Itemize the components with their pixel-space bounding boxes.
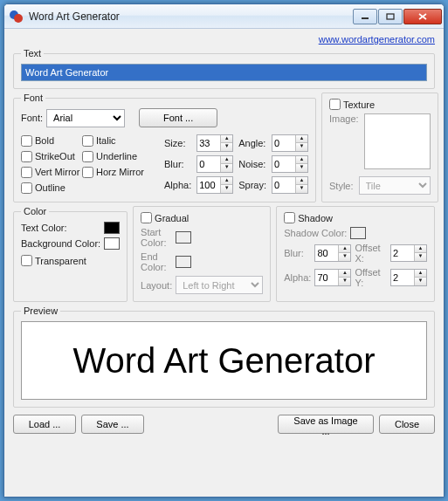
save-image-button[interactable]: Save as Image ... [278, 415, 374, 434]
shadow-checkbox[interactable] [284, 212, 295, 223]
vmirror-checkbox[interactable]: Vert Mirror [21, 166, 80, 178]
shadow-alpha-stepper[interactable]: ▲▼ [314, 269, 351, 286]
close-button[interactable]: Close [379, 415, 435, 434]
website-link[interactable]: www.wordartgenerator.com [319, 34, 435, 45]
text-input[interactable] [21, 64, 427, 81]
preview-legend: Preview [21, 305, 60, 316]
text-color-label: Text Color: [21, 223, 100, 233]
font-button[interactable]: Font ... [139, 108, 217, 127]
maximize-icon [386, 13, 395, 20]
gradual-legend: Gradual [155, 213, 189, 223]
color-legend: Color [21, 206, 49, 216]
italic-checkbox[interactable]: Italic [82, 134, 157, 147]
gradual-checkbox[interactable] [141, 212, 152, 223]
shadow-color-label: Shadow Color: [284, 228, 347, 238]
save-button[interactable]: Save ... [81, 415, 144, 434]
gradual-group: Gradual Start Color: End Color: Layout: … [133, 206, 271, 302]
strikeout-checkbox[interactable]: StrikeOut [21, 150, 80, 162]
size-stepper[interactable]: ▲▼ [196, 134, 233, 152]
preview-box: Word Art Generator [21, 321, 427, 400]
client-area: www.wordartgenerator.com Text Font Font:… [4, 29, 444, 497]
texture-image-label: Image: [329, 113, 359, 124]
text-legend: Text [21, 48, 44, 58]
maximize-button[interactable] [378, 9, 403, 24]
font-group: Font Font: Arial Font ... Bold Italic St… [13, 93, 316, 202]
texture-style-select[interactable]: Tile [359, 176, 431, 195]
titlebar[interactable]: Word Art Generator [4, 4, 444, 29]
app-icon [10, 10, 24, 24]
underline-checkbox[interactable]: Underline [82, 150, 157, 162]
window-buttons [353, 9, 442, 24]
footer-buttons: Load ... Save ... Save as Image ... Clos… [13, 415, 435, 434]
text-group: Text [13, 48, 435, 89]
spray-stepper[interactable]: ▲▼ [272, 176, 308, 194]
svg-rect-3 [387, 14, 394, 19]
size-label: Size: [164, 138, 191, 148]
angle-label: Angle: [238, 138, 266, 148]
preview-text: Word Art Generator [72, 341, 375, 381]
font-label: Font: [21, 113, 43, 123]
gradual-start-swatch[interactable] [176, 231, 191, 244]
noise-stepper[interactable]: ▲▼ [272, 155, 308, 173]
color-group: Color Text Color: Background Color: Tran… [13, 206, 128, 302]
window-title: Word Art Generator [29, 10, 353, 23]
bg-color-label: Background Color: [21, 238, 100, 249]
shadow-color-swatch[interactable] [350, 227, 366, 239]
website-link-row: www.wordartgenerator.com [13, 34, 435, 45]
close-icon [417, 12, 428, 21]
texture-style-label: Style: [329, 181, 354, 191]
shadow-blur-label: Blur: [284, 248, 311, 258]
texture-group: Texture Image: Style: Tile [321, 93, 438, 202]
close-window-button[interactable] [403, 9, 442, 24]
font-select[interactable]: Arial [46, 109, 125, 127]
shadow-oy-stepper[interactable]: ▲▼ [390, 269, 427, 286]
texture-legend: Texture [343, 100, 375, 110]
shadow-blur-stepper[interactable]: ▲▼ [314, 244, 351, 262]
gradual-layout-label: Layout: [141, 280, 172, 291]
shadow-alpha-label: Alpha: [284, 272, 311, 283]
shadow-ox-label: Offset X: [355, 243, 387, 264]
texture-image-box[interactable] [364, 113, 431, 169]
gradual-layout-select[interactable]: Left to Right [176, 276, 263, 294]
load-button[interactable]: Load ... [13, 415, 76, 434]
bold-checkbox[interactable]: Bold [21, 134, 80, 147]
transparent-checkbox[interactable]: Transparent [21, 255, 120, 266]
shadow-group: Shadow Shadow Color: Blur: ▲▼ Offset X: … [276, 206, 435, 302]
minimize-button[interactable] [353, 9, 377, 24]
blur-stepper[interactable]: ▲▼ [196, 155, 233, 173]
angle-stepper[interactable]: ▲▼ [272, 134, 308, 152]
shadow-legend: Shadow [298, 213, 333, 223]
font-style-checks: Bold Italic StrikeOut Underline Vert Mir… [21, 134, 157, 194]
shadow-oy-label: Offset Y: [355, 267, 387, 288]
hmirror-checkbox[interactable]: Horz Mirror [82, 166, 157, 178]
alpha-label: Alpha: [164, 180, 191, 190]
svg-point-1 [14, 14, 23, 23]
spray-label: Spray: [238, 180, 266, 190]
shadow-ox-stepper[interactable]: ▲▼ [390, 244, 427, 262]
blur-label: Blur: [164, 159, 191, 169]
bg-color-swatch[interactable] [104, 237, 120, 250]
minimize-icon [361, 13, 369, 20]
gradual-end-swatch[interactable] [176, 256, 191, 268]
gradual-end-label: End Color: [141, 251, 172, 272]
font-legend: Font [21, 93, 45, 103]
alpha-stepper[interactable]: ▲▼ [196, 176, 233, 194]
font-params: Size: ▲▼ Angle: ▲▼ Blur: ▲▼ Noise: ▲▼ Al… [164, 134, 308, 194]
app-window: Word Art Generator www.wordartgenerator.… [3, 3, 445, 498]
outline-checkbox[interactable]: Outline [21, 182, 80, 194]
preview-group: Preview Word Art Generator [13, 305, 435, 408]
texture-checkbox[interactable] [329, 99, 341, 110]
text-color-swatch[interactable] [104, 222, 120, 234]
noise-label: Noise: [238, 159, 266, 169]
gradual-start-label: Start Color: [141, 227, 172, 248]
